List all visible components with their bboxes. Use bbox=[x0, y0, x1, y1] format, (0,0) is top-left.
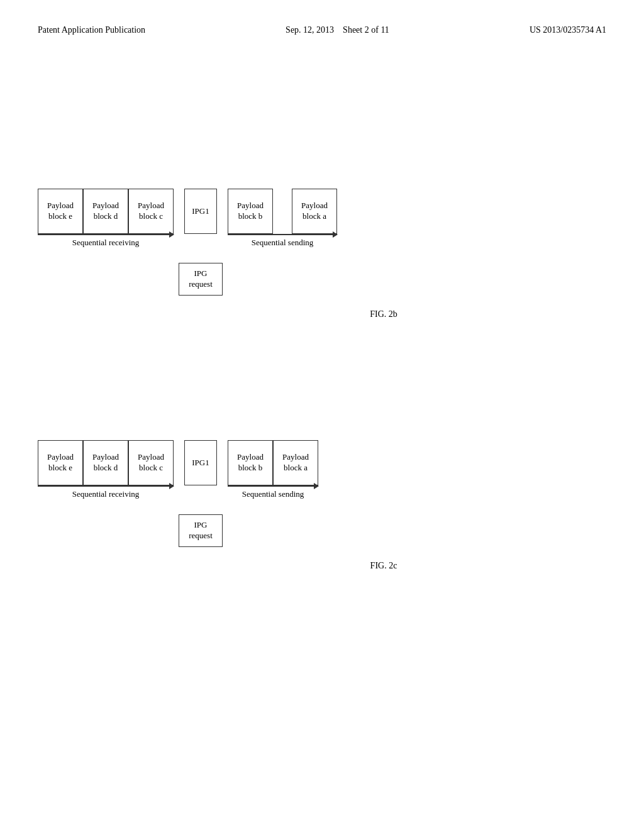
payload-block-a-2b: Payloadblock a bbox=[292, 189, 337, 234]
sending-arrow-2b bbox=[228, 234, 337, 235]
header-right: US 2013/0235734 A1 bbox=[530, 25, 606, 35]
page-header: Patent Application Publication Sep. 12, … bbox=[0, 0, 644, 35]
payload-block-e-2c: Payloadblock e bbox=[38, 440, 83, 485]
receiving-label-2c: Sequential receiving bbox=[72, 489, 140, 499]
sending-label-2c: Sequential sending bbox=[242, 489, 304, 499]
fig2b-diagram: Payloadblock e Payloadblock d Payloadblo… bbox=[38, 189, 604, 319]
ipg1-2c: IPG1 bbox=[184, 440, 217, 485]
payload-block-a-2c: Payloadblock a bbox=[273, 440, 318, 485]
sending-label-2b: Sequential sending bbox=[252, 238, 314, 248]
payload-block-b-2c: Payloadblock b bbox=[228, 440, 273, 485]
fig2b-label: FIG. 2b bbox=[164, 308, 604, 319]
fig2c-diagram: Payloadblock e Payloadblock d Payloadblo… bbox=[38, 440, 604, 571]
payload-block-c-2c: Payloadblock c bbox=[128, 440, 174, 485]
payload-block-d-2c: Payloadblock d bbox=[83, 440, 128, 485]
fig2c-label: FIG. 2c bbox=[164, 560, 604, 571]
payload-block-e-2b: Payloadblock e bbox=[38, 189, 83, 234]
payload-block-c-2b: Payloadblock c bbox=[128, 189, 174, 234]
receiving-arrow-2c bbox=[38, 485, 174, 487]
header-date: Sep. 12, 2013 bbox=[286, 25, 334, 35]
sending-arrow-2c bbox=[228, 485, 318, 487]
ipg1-2b: IPG1 bbox=[184, 189, 217, 234]
header-left: Patent Application Publication bbox=[38, 25, 145, 35]
ipg-request-2b: IPGrequest bbox=[179, 263, 223, 296]
payload-block-b-2b: Payloadblock b bbox=[228, 189, 273, 234]
receiving-arrow-2b bbox=[38, 234, 174, 235]
payload-block-d-2b: Payloadblock d bbox=[83, 189, 128, 234]
header-center: Sep. 12, 2013 Sheet 2 of 11 bbox=[286, 25, 389, 35]
receiving-label-2b: Sequential receiving bbox=[72, 238, 140, 248]
header-sheet: Sheet 2 of 11 bbox=[343, 25, 389, 35]
ipg-request-2c: IPGrequest bbox=[179, 514, 223, 547]
